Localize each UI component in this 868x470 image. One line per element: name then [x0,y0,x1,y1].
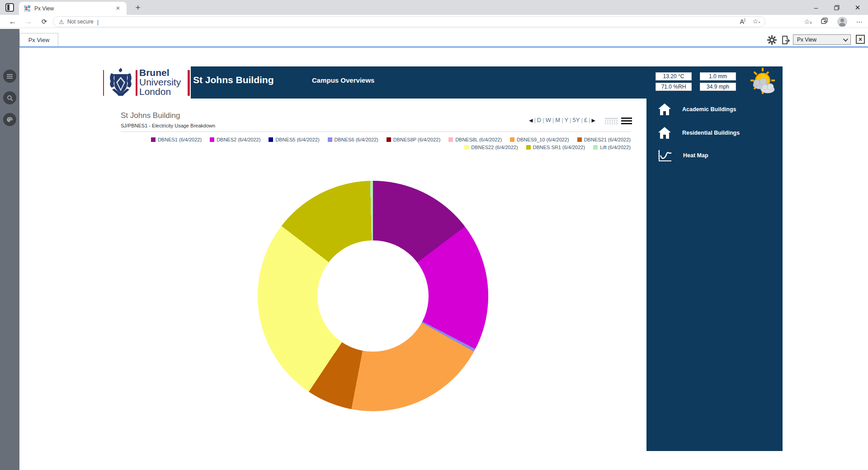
donut-hole [317,240,429,352]
window-close-button[interactable]: ✕ [847,0,868,15]
legend-item[interactable]: DBNES1 (6/4/2022) [151,137,202,142]
export-page-icon[interactable] [781,35,790,45]
legend-swatch-icon [151,137,156,142]
view-selector-value: Px View [797,37,816,43]
legend-swatch-icon [210,137,214,142]
search-icon[interactable] [3,91,16,104]
page-tab-pxview[interactable]: Px View [19,33,58,47]
back-button[interactable]: ← [7,16,19,27]
window-minimize-button[interactable]: – [806,0,826,15]
logo-line3: London [139,87,181,96]
forward-button[interactable]: → [23,16,34,27]
legend-item[interactable]: DBNES SR1 (6/4/2022) [526,145,585,150]
view-selector-dropdown[interactable]: Px View [793,34,851,45]
legend-item[interactable]: DBNES8L (6/4/2022) [448,137,502,142]
sidebar-item-residential-buildings[interactable]: Residential Buildings [658,127,740,139]
active-tab-indicator [19,47,868,47]
data-table-icon[interactable] [605,118,618,125]
range-Y-button[interactable]: Y [565,117,569,123]
legend-item[interactable]: DBNES8P (6/4/2022) [387,137,440,142]
tab-close-icon[interactable]: × [114,5,122,13]
not-secure-label: Not secure [67,19,94,25]
legend-swatch-icon [593,145,598,150]
read-aloud-icon[interactable]: A) [740,18,745,25]
refresh-button[interactable]: ⟳ [38,16,50,27]
page-settings-gear-icon[interactable] [767,35,777,45]
palette-icon[interactable] [3,113,16,126]
address-bar[interactable]: ⚠ Not secure | A) ☆+ [53,16,765,27]
legend-label: DBNES5 (6/4/2022) [275,137,319,142]
legend-item[interactable]: DBNES22 (6/4/2022) [464,145,518,150]
add-favorite-icon[interactable]: ☆+ [753,18,760,25]
chart-menu-icon[interactable] [621,118,632,125]
settings-menu-icon[interactable]: ⋯ [856,18,863,25]
window-restore-button[interactable] [826,0,847,15]
legend-item[interactable]: DBNES2 (6/4/2022) [210,137,260,142]
weather-sun-clouds-icon [747,67,778,97]
logo-red-bar [136,70,137,96]
range-next-button[interactable]: ▶ [592,118,595,123]
legend-swatch-icon [387,137,391,142]
donut-chart[interactable] [258,181,488,411]
range-D-button[interactable]: D [537,117,541,123]
sidebar-item-heat-map[interactable]: Heat Map [658,149,708,162]
address-caret: | [97,19,99,25]
sidebar-item-academic-buildings[interactable]: Academic Buildings [658,103,736,116]
range-prev-button[interactable]: ◀ [529,118,533,123]
menu-list-icon[interactable] [3,70,16,83]
collections-icon[interactable] [821,18,828,26]
range-W-button[interactable]: W [546,117,551,123]
range-separator: | [561,117,563,123]
brunel-crest-icon [108,67,134,99]
browser-tab-pxview[interactable]: 4 Px View × [19,2,127,15]
campus-overviews-link[interactable]: Campus Overviews [312,76,374,84]
new-tab-button[interactable]: + [132,2,144,14]
browser-tab-bar: 4 Px View × + – ✕ [0,0,868,15]
legend-swatch-icon [526,145,531,150]
profile-avatar[interactable] [837,17,847,27]
range-separator: | [570,117,571,123]
person-icon [837,17,847,27]
legend-item[interactable]: DBNES9_10 (6/4/2022) [510,137,569,142]
legend-item[interactable]: DBNES21 (6/4/2022) [577,137,631,142]
brunel-logo: Brunel University London [103,67,191,99]
page-tab-strip [0,28,868,47]
legend-swatch-icon [464,145,469,150]
range-5Y-button[interactable]: 5Y [573,117,580,123]
svg-text:4: 4 [25,6,28,11]
not-secure-warning-icon[interactable]: ⚠ [59,19,64,25]
weather-humidity: 71.0 %RH [656,83,692,91]
sidebar-item-label: Residential Buildings [682,130,740,136]
collections-glyph-icon [821,18,828,24]
tab-actions-icon[interactable] [5,3,14,12]
house-icon [658,127,671,139]
range-£-button[interactable]: £ [584,117,587,123]
chart-title: St Johns Building [121,111,180,120]
legend-label: DBNES9_10 (6/4/2022) [517,137,569,142]
legend-item[interactable]: Lift (6/4/2022) [593,145,631,150]
sidebar-item-label: Academic Buildings [682,106,736,113]
legend-label: DBNES8L (6/4/2022) [455,137,502,142]
legend-label: DBNES8P (6/4/2022) [393,137,440,142]
logo-red-bar [103,70,104,96]
chart-legend-row-1: DBNES1 (6/4/2022)DBNES2 (6/4/2022)DBNES5… [121,137,631,142]
chart-legend-row-2: DBNES22 (6/4/2022)DBNES SR1 (6/4/2022)Li… [121,145,631,150]
favorites-icon[interactable]: ☆≡ [804,18,812,25]
logo-red-bar [188,70,190,96]
chevron-down-icon [843,36,848,41]
range-separator: | [589,117,590,123]
weather-temperature: 13.20 °C [656,72,692,80]
range-M-button[interactable]: M [555,117,560,123]
legend-label: DBNES2 (6/4/2022) [217,137,260,142]
page-close-button[interactable]: × [856,35,865,44]
house-icon [658,103,671,116]
legend-item[interactable]: DBNES5 (6/4/2022) [269,137,319,142]
legend-item[interactable]: DBNES6 (6/4/2022) [328,137,378,142]
range-separator: | [542,117,544,123]
legend-label: DBNES21 (6/4/2022) [584,137,631,142]
range-separator: | [552,117,554,123]
legend-label: DBNES22 (6/4/2022) [471,145,518,150]
logo-line1: Brunel [139,68,181,77]
legend-swatch-icon [448,137,453,142]
logo-line2: University [139,77,181,87]
